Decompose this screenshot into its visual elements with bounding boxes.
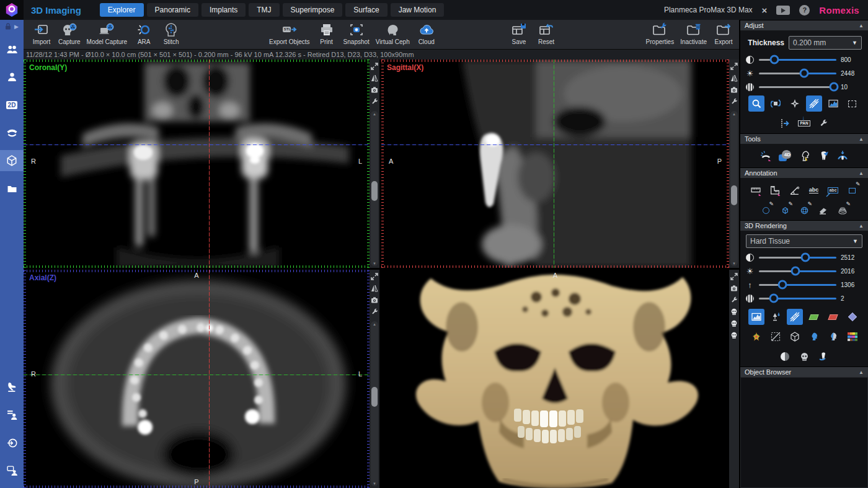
color-palette-button[interactable] <box>844 329 861 345</box>
crosshair-3d-button[interactable] <box>787 309 803 325</box>
text-button[interactable]: abc <box>806 182 822 198</box>
section-header-adjust[interactable]: Adjust ▲ <box>740 20 868 30</box>
capture-button[interactable]: Capture <box>56 21 83 46</box>
flip-icon[interactable] <box>371 74 378 82</box>
draw-box-button[interactable]: ✎ <box>777 202 793 218</box>
sidebar-item-3d-imaging[interactable] <box>0 150 24 171</box>
scroll-down-icon[interactable]: ▾ <box>730 261 738 265</box>
slider-handle[interactable] <box>830 82 839 92</box>
scrollbar-thumb[interactable] <box>731 185 737 205</box>
close-icon[interactable]: × <box>762 6 768 15</box>
crosshair-vertical[interactable] <box>209 60 210 268</box>
pan-view-button[interactable]: ↓PAN <box>796 115 812 131</box>
brightness-slider[interactable]: ☀ 2448 <box>740 66 868 80</box>
draw-rect-button[interactable]: ✎ <box>844 182 861 198</box>
object-browser-area[interactable] <box>740 377 868 488</box>
crop-button[interactable] <box>844 95 861 112</box>
ceph-tool-button[interactable] <box>796 148 812 164</box>
slider-track[interactable] <box>759 270 836 272</box>
plane-green-button[interactable] <box>806 309 822 325</box>
rendering-preset-select[interactable]: Hard Tissue ▼ <box>746 234 862 248</box>
print-button[interactable]: Print <box>314 21 340 46</box>
render-contrast-slider[interactable]: 2512 <box>740 251 868 264</box>
sidebar-item-patient-queue[interactable] <box>0 404 24 425</box>
virtual-ceph-button[interactable]: Virtual Ceph <box>373 21 412 46</box>
wrench-icon[interactable] <box>371 98 378 105</box>
slice-scrollbar[interactable]: ▴ ▾ <box>371 321 378 486</box>
pan-rotate-button[interactable] <box>768 95 784 112</box>
tab-implants[interactable]: Implants <box>202 3 246 17</box>
fourd-tool-button[interactable]: 4D <box>777 148 793 164</box>
expand-icon[interactable] <box>371 273 378 280</box>
camera-icon[interactable] <box>730 285 738 292</box>
color-star-button[interactable] <box>748 329 764 345</box>
viewport-coronal[interactable]: Coronal(Y) R L <box>24 60 370 268</box>
model-capture-button[interactable]: Model Capture <box>84 21 130 46</box>
expand-icon[interactable] <box>730 63 738 70</box>
section-header-annotation[interactable]: Annotation ▲ <box>740 167 868 178</box>
histogram-button[interactable] <box>825 95 841 112</box>
crosshair-vertical[interactable] <box>209 270 210 488</box>
sidebar-item-remote-user[interactable] <box>0 460 24 481</box>
ruler-button[interactable] <box>748 182 764 198</box>
collapse-icon[interactable]: ▲ <box>859 171 864 176</box>
plane-blue-button[interactable] <box>844 309 861 325</box>
head-face-button[interactable] <box>825 329 841 345</box>
slider-track[interactable] <box>759 284 836 286</box>
slider-handle[interactable] <box>769 294 778 303</box>
render-smooth-slider[interactable]: 2 <box>740 291 868 305</box>
cloud-button[interactable]: Cloud <box>414 21 440 46</box>
contrast-slider[interactable]: 800 <box>740 53 868 66</box>
viewport-3d-render[interactable]: A <box>381 270 729 488</box>
sidebar-item-patient[interactable] <box>0 66 24 87</box>
crosshair-horizontal[interactable] <box>24 375 370 375</box>
slider-handle[interactable] <box>801 253 810 262</box>
plane-red-button[interactable] <box>825 309 841 325</box>
video-tutorial-icon[interactable] <box>776 6 790 15</box>
scroll-up-icon[interactable]: ▴ <box>371 322 378 326</box>
skull-view-side-icon[interactable] <box>730 320 738 327</box>
slider-handle[interactable] <box>777 280 787 290</box>
import-button[interactable]: Import <box>29 21 55 46</box>
skull-color-button[interactable] <box>796 348 812 365</box>
stitch-button[interactable]: Stitch <box>158 21 184 46</box>
implant-planning-button[interactable] <box>835 148 851 164</box>
skull-view-back-icon[interactable] <box>730 332 738 339</box>
flip-icon[interactable] <box>730 74 738 82</box>
expand-icon[interactable] <box>371 63 378 70</box>
draw-sphere-button[interactable]: ✎ <box>796 202 812 218</box>
crosshair-horizontal[interactable] <box>381 144 729 145</box>
slider-handle[interactable] <box>790 267 800 276</box>
sidebar-item-smile-design[interactable] <box>0 122 24 143</box>
ara-button[interactable]: ARA <box>131 21 157 46</box>
sidebar-item-patients[interactable] <box>0 38 24 60</box>
scroll-up-icon[interactable]: ▴ <box>371 112 378 116</box>
thickness-select[interactable]: 0.200 mm ▼ <box>789 36 862 50</box>
expand-icon[interactable] <box>730 273 738 280</box>
tab-surface[interactable]: Surface <box>345 3 387 17</box>
tab-explorer[interactable]: Explorer <box>100 3 144 17</box>
sidebar-item-2d-imaging[interactable]: 2D <box>0 94 24 115</box>
collapse-icon[interactable]: ▲ <box>859 136 864 142</box>
slider-handle[interactable] <box>770 55 779 64</box>
slice-step-button[interactable] <box>777 115 793 131</box>
lock-icon[interactable] <box>5 23 11 30</box>
angle-button[interactable] <box>787 182 803 198</box>
section-header-3d-rendering[interactable]: 3D Rendering ▲ <box>740 220 868 231</box>
settings-wrench-button[interactable] <box>815 115 831 131</box>
head-profile-button[interactable] <box>806 329 822 345</box>
eraser-button[interactable] <box>815 202 831 218</box>
collapse-icon[interactable]: ▲ <box>859 370 864 375</box>
tooth-brush-button[interactable] <box>815 348 831 365</box>
draw-freehand-button[interactable]: ✎ <box>835 202 851 218</box>
histogram-3d-button[interactable] <box>748 309 764 325</box>
crosshair-horizontal[interactable] <box>24 144 370 145</box>
zoom-button[interactable] <box>748 95 764 112</box>
camera-icon[interactable] <box>730 86 738 94</box>
slice-scrollbar[interactable]: ▴ ▾ <box>730 111 738 266</box>
sharpen-slider[interactable]: 10 <box>740 80 868 94</box>
draw-circle-button[interactable]: ✎ <box>758 202 774 218</box>
scroll-down-icon[interactable]: ▾ <box>371 481 378 486</box>
volume-cube-button[interactable] <box>787 329 803 345</box>
section-header-tools[interactable]: Tools ▲ <box>740 133 868 144</box>
